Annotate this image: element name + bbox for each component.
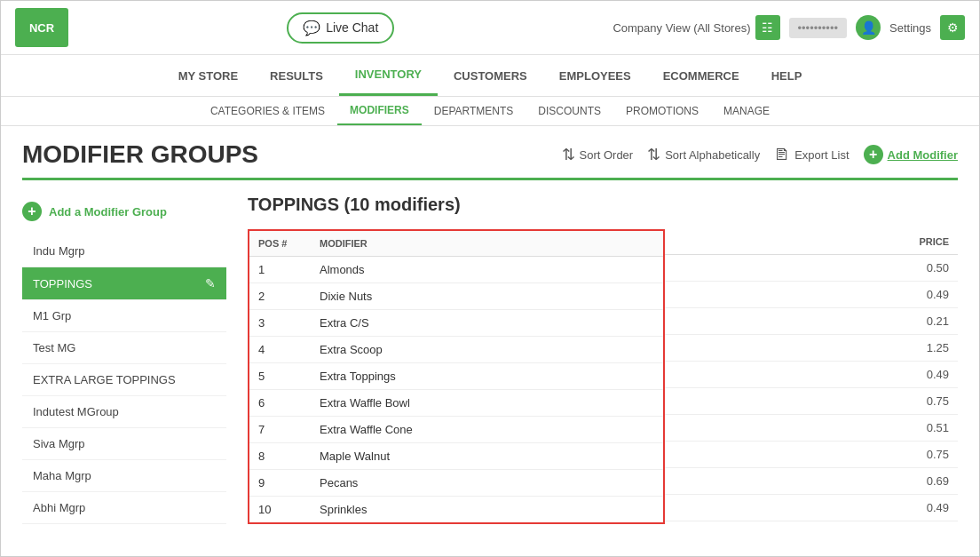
modifier-cell: Almonds bbox=[311, 257, 664, 283]
sidebar-item-abhi-mgrp[interactable]: Abhi Mgrp bbox=[22, 492, 226, 524]
subnav-categories-items[interactable]: CATEGORIES & ITEMS bbox=[198, 98, 337, 124]
pos-cell: 2 bbox=[249, 283, 311, 310]
col-pos: POS # bbox=[249, 230, 311, 257]
sidebar-item-test-mg[interactable]: Test MG bbox=[22, 332, 226, 364]
add-modifier-label: Add Modifier bbox=[888, 148, 958, 162]
export-list-button[interactable]: 🖹 Export List bbox=[774, 146, 849, 164]
modifier-cell: Dixie Nuts bbox=[311, 283, 664, 310]
table-row[interactable]: 9 Pecans bbox=[249, 470, 664, 497]
subnav-discounts[interactable]: DISCOUNTS bbox=[526, 98, 613, 124]
modifier-cell: Maple Walnut bbox=[311, 443, 664, 470]
nav-customers[interactable]: CUSTOMERS bbox=[438, 57, 543, 95]
price-cell: 0.51 bbox=[665, 415, 958, 442]
main-nav: MY STORE RESULTS INVENTORY CUSTOMERS EMP… bbox=[1, 55, 979, 97]
table-row[interactable]: 2 Dixie Nuts bbox=[249, 283, 664, 310]
user-name: •••••••••• bbox=[789, 18, 848, 38]
page-content: MODIFIER GROUPS ⇅ Sort Order ⇅ Sort Alph… bbox=[1, 126, 979, 556]
nav-employees[interactable]: EMPLOYEES bbox=[543, 57, 647, 95]
add-group-plus-icon: + bbox=[22, 202, 42, 221]
pos-cell: 1 bbox=[249, 257, 311, 283]
user-avatar: 👤 bbox=[856, 15, 881, 40]
price-row: 0.75 bbox=[665, 388, 958, 415]
add-modifier-group-button[interactable]: + Add a Modifier Group bbox=[22, 195, 226, 228]
settings-icon-btn[interactable]: ⚙ bbox=[940, 15, 965, 40]
sidebar-item-toppings[interactable]: TOPPINGS ✎ bbox=[22, 267, 226, 300]
nav-results[interactable]: RESULTS bbox=[254, 57, 339, 95]
header: NCR 💬 Live Chat Company View (All Stores… bbox=[1, 1, 979, 55]
sort-order-icon: ⇅ bbox=[562, 145, 575, 164]
nav-help[interactable]: HELP bbox=[755, 57, 818, 95]
modifier-cell: Extra Toppings bbox=[311, 363, 664, 390]
price-row: 0.50 bbox=[665, 255, 958, 282]
price-cell: 0.49 bbox=[665, 282, 958, 308]
table-row[interactable]: 1 Almonds bbox=[249, 257, 664, 283]
sidebar-item-m1-grp[interactable]: M1 Grp bbox=[22, 300, 226, 332]
sort-order-button[interactable]: ⇅ Sort Order bbox=[562, 145, 634, 164]
price-row: 0.75 bbox=[665, 442, 958, 468]
price-cell: 0.75 bbox=[665, 442, 958, 468]
company-view: Company View (All Stores) ☷ bbox=[612, 15, 779, 40]
modifier-cell: Extra Waffle Cone bbox=[311, 417, 664, 443]
add-modifier-button[interactable]: + Add Modifier bbox=[864, 145, 958, 164]
modifier-cell: Extra Waffle Bowl bbox=[311, 390, 664, 417]
logo: NCR bbox=[15, 8, 68, 47]
export-icon: 🖹 bbox=[774, 146, 790, 164]
pos-cell: 4 bbox=[249, 337, 311, 363]
table-row[interactable]: 10 Sprinkles bbox=[249, 497, 664, 524]
sub-nav: CATEGORIES & ITEMS MODIFIERS DEPARTMENTS… bbox=[1, 97, 979, 126]
table-row[interactable]: 5 Extra Toppings bbox=[249, 363, 664, 390]
table-row[interactable]: 8 Maple Walnut bbox=[249, 443, 664, 470]
sidebar: + Add a Modifier Group Indu Mgrp TOPPING… bbox=[22, 195, 226, 524]
pos-cell: 8 bbox=[249, 443, 311, 470]
sort-alphabetically-button[interactable]: ⇅ Sort Alphabetically bbox=[647, 145, 760, 164]
header-right: Company View (All Stores) ☷ •••••••••• 👤… bbox=[612, 15, 965, 40]
group-title: TOPPINGS (10 modifiers) bbox=[248, 195, 958, 215]
company-view-icon-btn[interactable]: ☷ bbox=[755, 15, 780, 40]
price-cell: 1.25 bbox=[665, 335, 958, 362]
price-cell: 0.50 bbox=[665, 255, 958, 282]
price-cell: 0.69 bbox=[665, 468, 958, 495]
price-row: 0.49 bbox=[665, 362, 958, 388]
sidebar-item-indutest-mgroup[interactable]: Indutest MGroup bbox=[22, 396, 226, 428]
page-title-bar: MODIFIER GROUPS ⇅ Sort Order ⇅ Sort Alph… bbox=[22, 140, 958, 180]
add-group-label: Add a Modifier Group bbox=[49, 205, 167, 219]
col-price: PRICE bbox=[665, 229, 958, 255]
live-chat-button[interactable]: 💬 Live Chat bbox=[287, 12, 394, 44]
subnav-modifiers[interactable]: MODIFIERS bbox=[337, 97, 422, 125]
nav-ecommerce[interactable]: ECOMMERCE bbox=[647, 57, 755, 95]
sort-alpha-icon: ⇅ bbox=[647, 145, 660, 164]
nav-inventory[interactable]: INVENTORY bbox=[339, 55, 438, 96]
live-chat-label: Live Chat bbox=[326, 20, 378, 35]
sidebar-item-indu-mgrp[interactable]: Indu Mgrp bbox=[22, 235, 226, 267]
pos-cell: 7 bbox=[249, 417, 311, 443]
app-window: NCR 💬 Live Chat Company View (All Stores… bbox=[0, 0, 980, 557]
export-label: Export List bbox=[794, 148, 849, 162]
nav-my-store[interactable]: MY STORE bbox=[162, 57, 254, 95]
price-row: 0.49 bbox=[665, 282, 958, 308]
price-row: 0.49 bbox=[665, 495, 958, 521]
price-cell: 0.49 bbox=[665, 362, 958, 388]
header-center: 💬 Live Chat bbox=[79, 12, 602, 44]
price-cell: 0.49 bbox=[665, 495, 958, 521]
modifier-cell: Sprinkles bbox=[311, 497, 664, 524]
pos-cell: 5 bbox=[249, 363, 311, 390]
title-actions: ⇅ Sort Order ⇅ Sort Alphabetically 🖹 Exp… bbox=[562, 145, 959, 164]
sidebar-item-extra-large-toppings[interactable]: EXTRA LARGE TOPPINGS bbox=[22, 364, 226, 396]
table-row[interactable]: 4 Extra Scoop bbox=[249, 337, 664, 363]
table-row[interactable]: 7 Extra Waffle Cone bbox=[249, 417, 664, 443]
pos-cell: 10 bbox=[249, 497, 311, 524]
modifier-cell: Extra C/S bbox=[311, 310, 664, 337]
settings-label: Settings bbox=[889, 21, 931, 35]
sidebar-item-maha-mgrp[interactable]: Maha Mgrp bbox=[22, 460, 226, 492]
pos-cell: 3 bbox=[249, 310, 311, 337]
subnav-promotions[interactable]: PROMOTIONS bbox=[613, 98, 711, 124]
subnav-departments[interactable]: DEPARTMENTS bbox=[422, 98, 526, 124]
price-row: 1.25 bbox=[665, 335, 958, 362]
subnav-manage[interactable]: MANAGE bbox=[711, 98, 782, 124]
table-row[interactable]: 3 Extra C/S bbox=[249, 310, 664, 337]
price-row: 0.51 bbox=[665, 415, 958, 442]
price-row: 0.21 bbox=[665, 308, 958, 335]
sidebar-item-siva-mgrp[interactable]: Siva Mgrp bbox=[22, 428, 226, 460]
edit-icon: ✎ bbox=[205, 276, 216, 290]
table-row[interactable]: 6 Extra Waffle Bowl bbox=[249, 390, 664, 417]
